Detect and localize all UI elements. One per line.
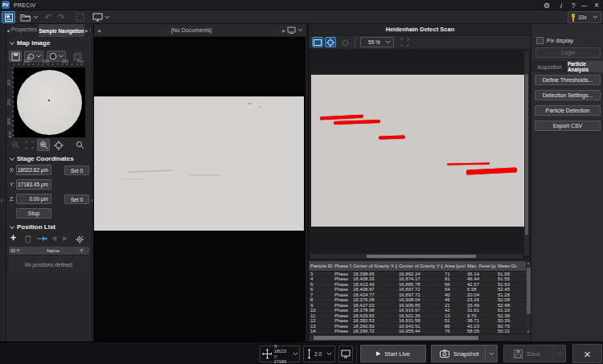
table-horizontal-scrollbar[interactable] (309, 335, 531, 341)
tab-scroll-right-icon[interactable]: ▶ (85, 28, 88, 33)
scan-vertical-scrollbar[interactable] (524, 51, 529, 256)
column-cog-y[interactable]: Center of Gravity Y [µm] (397, 264, 443, 268)
move-to-position-button[interactable] (36, 234, 47, 243)
particle-detection-button[interactable]: Particle Detection (535, 105, 601, 116)
image-smudge (189, 174, 221, 177)
column-area[interactable]: Area [µm²] (443, 264, 466, 268)
add-position-button[interactable]: + (10, 232, 16, 243)
column-max-feret[interactable]: Max. Feret [µm] (466, 264, 496, 268)
define-thresholds-button[interactable]: Define Thresholds... (535, 75, 601, 85)
settings-gear-icon[interactable]: ⚙ (541, 0, 552, 10)
fix-display-option[interactable]: Fix display (536, 37, 573, 44)
open-file-button[interactable] (18, 11, 39, 23)
stage-coordinates-section-header[interactable]: Stage Coordinates (10, 155, 74, 162)
map-fit-button[interactable] (23, 140, 35, 150)
close-live-view-button[interactable]: × (572, 344, 602, 363)
scan-hscroll-thumb[interactable] (367, 255, 476, 258)
stage-y-input[interactable]: 17183.45 µm (16, 179, 51, 190)
detection-settings-button[interactable]: Detection Settings... (535, 90, 601, 100)
chevron-down-icon[interactable] (557, 352, 563, 356)
map-image-section-header[interactable]: Map Image (10, 39, 50, 47)
column-mean-gray[interactable]: Mean Gray Va (496, 264, 517, 268)
map-zoom-in-button[interactable] (37, 139, 50, 151)
particle-cell: 18,390.59 (351, 324, 397, 329)
live-camera-image[interactable] (94, 96, 304, 231)
show-image-button[interactable] (312, 37, 323, 47)
tab-acquisition[interactable]: Acquisition (531, 61, 568, 72)
zoom-out-icon (11, 141, 20, 149)
column-particle-id[interactable]: Particle ID▲ (309, 264, 333, 268)
export-csv-button[interactable]: Export CSV (535, 121, 601, 131)
start-live-button[interactable]: ▶ Start Live (360, 345, 426, 362)
delete-position-button[interactable] (23, 234, 33, 243)
table-hscroll-thumb[interactable] (314, 336, 478, 340)
chevron-down-icon[interactable] (297, 28, 303, 32)
snapshot-button[interactable]: Snapshot (431, 345, 498, 362)
particle-table-row[interactable]: 14Phase18,396.7216,955.447658.0550.31 (309, 329, 526, 335)
particle-cell: 40 (443, 292, 466, 297)
expand-panel-icon[interactable]: › (1, 197, 3, 204)
live-display-button[interactable] (338, 346, 353, 362)
objective-selector[interactable]: 10x (568, 11, 601, 23)
position-id-column-header[interactable]: ID (9, 248, 25, 253)
tab-particle-analysis[interactable]: Particle Analysis (568, 61, 603, 72)
map-stage-navigate-button[interactable] (53, 140, 64, 150)
define-thresholds-label: Define Thresholds... (543, 77, 593, 83)
save-button[interactable]: Save (503, 345, 566, 362)
stop-button[interactable]: Stop (16, 208, 51, 219)
column-phase[interactable]: Phase (333, 264, 351, 268)
z-step-readout[interactable]: 2.0 (303, 346, 335, 362)
stage-x-input[interactable]: 18022.62 µm (16, 165, 51, 175)
position-list-section-header[interactable]: Position List (10, 223, 55, 231)
tab-sample-navigation[interactable]: Sample Navigation (39, 24, 84, 37)
stage-xy-readout[interactable]: X: 18023 Y: 17183 (260, 346, 300, 362)
fix-display-checkbox[interactable] (536, 37, 544, 44)
tab-scroll-left-icon[interactable]: ◀ (6, 28, 10, 33)
image-speck (259, 106, 261, 108)
doc-tab-right-icon[interactable]: ▶ (282, 28, 285, 33)
scroll-down-icon[interactable]: ▼ (527, 329, 530, 333)
tab-properties[interactable]: Properties (11, 27, 37, 32)
position-settings-button[interactable] (74, 234, 85, 243)
position-name-column-header[interactable]: Name (25, 248, 80, 253)
window-close-icon[interactable]: × (591, 0, 602, 10)
crosshair-target-icon (54, 141, 64, 150)
column-cog-x[interactable]: Center of Gravity X [µm] (351, 264, 397, 268)
doc-layout-icon[interactable] (287, 27, 296, 34)
particle-cell: 16,862.24 (397, 272, 443, 276)
wafer-map-canvas[interactable] (14, 67, 85, 137)
scan-fit-button[interactable] (399, 37, 410, 47)
map-save-button[interactable] (9, 51, 22, 62)
scan-vscroll-thumb[interactable] (525, 74, 528, 235)
ruler-label: 300 (62, 59, 68, 63)
set-zero-z-button[interactable]: Set 0 (64, 194, 89, 204)
particle-cell: 13 (309, 324, 333, 329)
layout-display-button[interactable] (91, 11, 112, 23)
map-magnifier-button[interactable] (74, 140, 85, 150)
region-select-button[interactable] (74, 11, 86, 23)
set-zero-x-button[interactable]: Set 0 (64, 166, 89, 175)
stage-x-label: X: (10, 167, 14, 173)
scan-zoom-selector[interactable]: 55 % (360, 37, 394, 47)
chevron-down-icon[interactable] (489, 352, 494, 356)
center-view-button[interactable] (325, 37, 336, 47)
redo-button[interactable]: ↷ (55, 11, 67, 23)
move-to-point-icon (37, 235, 47, 242)
left-collapse-strip[interactable]: › (0, 24, 6, 342)
next-position-button[interactable]: ▶ (63, 235, 68, 242)
scroll-up-icon[interactable]: ▲ (527, 261, 530, 265)
scan-viewer[interactable] (309, 50, 531, 260)
stage-z-input[interactable]: 0.00 µm (16, 194, 51, 204)
scan-image[interactable] (311, 75, 527, 227)
report-layout-button[interactable] (2, 11, 15, 23)
scan-horizontal-scrollbar[interactable] (310, 254, 523, 259)
login-button[interactable]: Login (535, 47, 601, 58)
undo-button[interactable]: ↶ (43, 11, 54, 23)
info-icon[interactable]: i (556, 0, 567, 10)
previous-position-button[interactable]: ◀ (51, 235, 56, 242)
map-zoom-out-button[interactable] (10, 140, 21, 150)
help-icon[interactable]: ? (568, 0, 579, 10)
minimize-icon[interactable]: ─ (579, 0, 590, 10)
scan-refresh-button[interactable] (339, 37, 351, 47)
collapse-panel-icon[interactable]: ‹ (91, 197, 93, 204)
